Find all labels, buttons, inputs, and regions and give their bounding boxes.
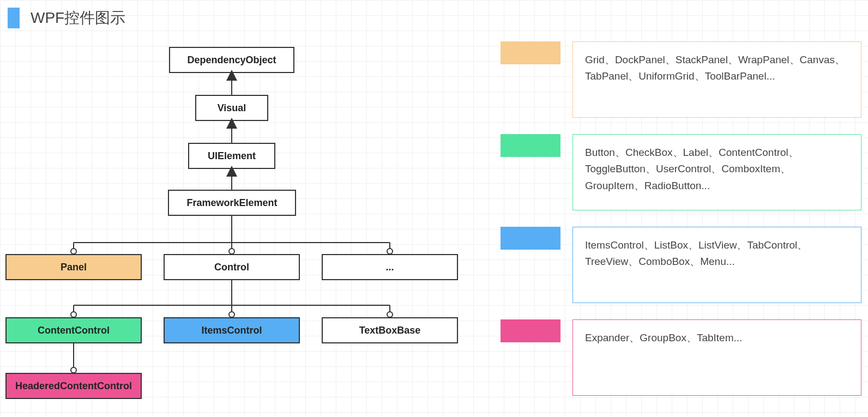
node-ui-element: UIElement — [188, 143, 275, 169]
node-label: ... — [385, 262, 394, 273]
svg-point-6 — [71, 249, 76, 254]
node-content-control: ContentControl — [5, 317, 142, 343]
node-label: UIElement — [208, 150, 256, 162]
node-panel: Panel — [5, 254, 142, 280]
svg-point-20 — [71, 367, 76, 373]
node-label: DependencyObject — [187, 55, 276, 66]
legend-text: ItemsControl、ListBox、ListView、TabControl… — [585, 239, 807, 267]
legend-swatch-content-control — [501, 134, 560, 157]
node-label: Panel — [61, 262, 87, 273]
svg-point-8 — [229, 249, 234, 254]
node-headered-content-control: HeaderedContentControl — [5, 373, 142, 399]
node-label: ContentControl — [38, 325, 110, 336]
node-items-control: ItemsControl — [164, 317, 300, 343]
node-visual: Visual — [195, 95, 268, 121]
svg-point-14 — [71, 312, 76, 317]
legend-swatch-panel — [501, 41, 560, 64]
title-accent-bar — [8, 8, 20, 28]
legend-box-content-control: Button、CheckBox、Label、ContentControl、Tog… — [572, 134, 861, 210]
legend-box-items-control: ItemsControl、ListBox、ListView、TabControl… — [572, 227, 861, 303]
diagram-title: WPF控件图示 — [8, 8, 125, 28]
legend-text: Grid、DockPanel、StackPanel、WrapPanel、Canv… — [585, 54, 845, 82]
legend-text: Expander、GroupBox、TabItem... — [585, 332, 742, 343]
node-label: Control — [214, 262, 249, 273]
node-control: Control — [164, 254, 300, 280]
svg-point-16 — [229, 312, 234, 317]
node-framework-element: FrameworkElement — [168, 190, 296, 216]
legend-swatch-items-control — [501, 227, 560, 250]
node-label: FrameworkElement — [186, 197, 277, 209]
node-textbox-base: TextBoxBase — [322, 317, 458, 343]
node-label: ItemsControl — [201, 325, 262, 336]
node-label: Visual — [218, 102, 246, 114]
node-label: HeaderedContentControl — [15, 380, 132, 392]
legend-box-panel: Grid、DockPanel、StackPanel、WrapPanel、Canv… — [572, 41, 861, 118]
legend-box-headered-content-control: Expander、GroupBox、TabItem... — [572, 319, 861, 396]
legend-text: Button、CheckBox、Label、ContentControl、Tog… — [585, 147, 799, 191]
legend-swatch-headered-content-control — [501, 319, 560, 342]
svg-point-18 — [387, 312, 393, 317]
svg-point-10 — [387, 249, 393, 254]
title-text: WPF控件图示 — [31, 8, 125, 28]
node-label: TextBoxBase — [359, 325, 421, 336]
node-dependency-object: DependencyObject — [169, 47, 294, 73]
node-ellipsis: ... — [322, 254, 458, 280]
